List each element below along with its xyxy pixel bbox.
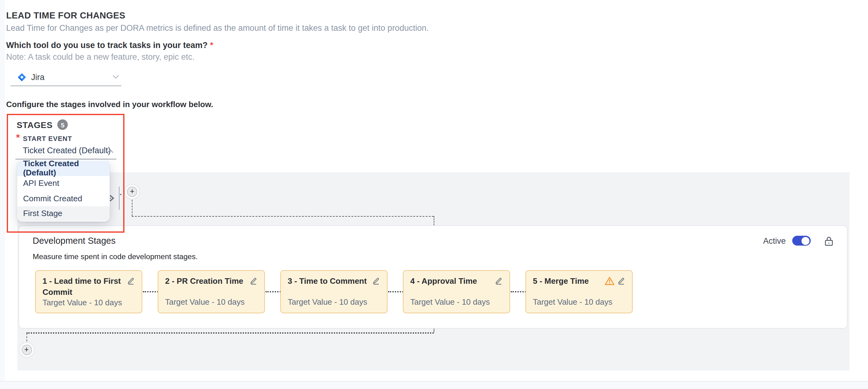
stage-target-value: Target Value - 10 days	[533, 297, 625, 306]
page-description: Lead Time for Changes as per DORA metric…	[6, 23, 429, 33]
start-event-label-text: START EVENT	[23, 135, 72, 142]
development-stages-header: Development Stages Active	[33, 235, 833, 246]
chevron-up-icon	[106, 149, 114, 154]
stage-card-4[interactable]: 4 - Approval Time Target Value - 10 days	[403, 270, 510, 313]
configure-instruction: Configure the stages involved in your wo…	[6, 100, 213, 109]
stages-heading: STAGES 5	[17, 120, 68, 130]
stage-title: 3 - Time to Comment	[288, 276, 372, 287]
stage-title: 4 - Approval Time	[410, 276, 495, 287]
tool-question-label: Which tool do you use to track tasks in …	[6, 41, 213, 50]
development-stages-subtitle: Measure time spent in code development s…	[33, 252, 198, 261]
dropdown-option-ticket-created[interactable]: Ticket Created (Default)	[17, 161, 110, 176]
edit-stage-icon[interactable]	[249, 277, 257, 285]
required-asterisk: *	[16, 132, 20, 143]
footer-bar	[0, 381, 868, 389]
stage-list: 1 - Lead time to First Commit Target Val…	[35, 270, 648, 313]
start-event-label: * START EVENT	[16, 132, 72, 143]
stage-target-value: Target Value - 10 days	[288, 297, 380, 306]
active-toggle-label: Active	[763, 236, 786, 245]
stage-target-value: Target Value - 10 days	[42, 298, 135, 307]
tool-question-text: Which tool do you use to track tasks in …	[6, 41, 208, 50]
stage-target-value: Target Value - 10 days	[165, 297, 257, 306]
tool-select-value: Jira	[31, 73, 45, 82]
connector-bottom-vertical	[27, 333, 27, 345]
development-stages-card: Development Stages Active Measure time s…	[19, 225, 847, 328]
stage-card-2[interactable]: 2 - PR Creation Time Target Value - 10 d…	[158, 270, 265, 313]
plus-icon: +	[130, 188, 134, 195]
jira-icon	[17, 73, 26, 82]
lead-time-config-page: LEAD TIME FOR CHANGES Lead Time for Chan…	[0, 0, 868, 389]
tool-question-note: Note: A task could be a new feature, sto…	[6, 52, 195, 62]
tool-select[interactable]: Jira	[10, 69, 121, 86]
start-event-dropdown-menu: Ticket Created (Default) API Event Commi…	[17, 160, 110, 222]
connector-bottom-horizontal	[27, 332, 434, 333]
page-left-gutter	[0, 0, 5, 389]
stage-card-5[interactable]: 5 - Merge Time Target Value - 10 days	[525, 270, 633, 313]
dropdown-option-first-stage[interactable]: First Stage	[17, 206, 110, 221]
stage-target-value: Target Value - 10 days	[410, 297, 503, 306]
connector-top-horizontal	[132, 216, 433, 217]
start-event-select[interactable]: Ticket Created (Default)	[16, 144, 117, 159]
stage-title: 5 - Merge Time	[533, 276, 604, 287]
lock-icon[interactable]	[824, 235, 833, 246]
add-stage-group-button-bottom[interactable]: +	[21, 345, 32, 355]
plus-icon: +	[24, 346, 29, 354]
chevron-down-icon	[112, 74, 119, 79]
stages-heading-label: STAGES	[17, 120, 53, 130]
add-stage-group-button-top[interactable]: +	[127, 186, 137, 197]
connector-top-vertical	[131, 197, 132, 216]
stages-count-badge: 5	[58, 120, 68, 130]
dropdown-option-commit-created[interactable]: Commit Created	[17, 191, 110, 206]
development-stages-title: Development Stages	[33, 236, 116, 246]
edit-stage-icon[interactable]	[127, 277, 135, 285]
start-event-select-value: Ticket Created (Default)	[23, 146, 111, 155]
connector-into-card	[433, 216, 434, 225]
stage-title: 2 - PR Creation Time	[165, 276, 249, 287]
toggle-knob	[802, 237, 809, 245]
stage-card-3[interactable]: 3 - Time to Comment Target Value - 10 da…	[280, 270, 388, 313]
stage-card-1[interactable]: 1 - Lead time to First Commit Target Val…	[35, 270, 142, 313]
dropdown-option-api-event[interactable]: API Event	[17, 176, 110, 191]
edit-stage-icon[interactable]	[372, 277, 380, 285]
connector-stub	[120, 194, 127, 195]
warning-icon	[604, 277, 615, 286]
edit-stage-icon[interactable]	[617, 277, 625, 285]
page-title: LEAD TIME FOR CHANGES	[6, 10, 125, 20]
connector-stage-edge-line	[119, 186, 119, 209]
required-asterisk: *	[210, 41, 213, 50]
stage-title: 1 - Lead time to First Commit	[42, 276, 127, 298]
edit-stage-icon[interactable]	[495, 277, 503, 285]
active-toggle[interactable]	[792, 236, 810, 246]
